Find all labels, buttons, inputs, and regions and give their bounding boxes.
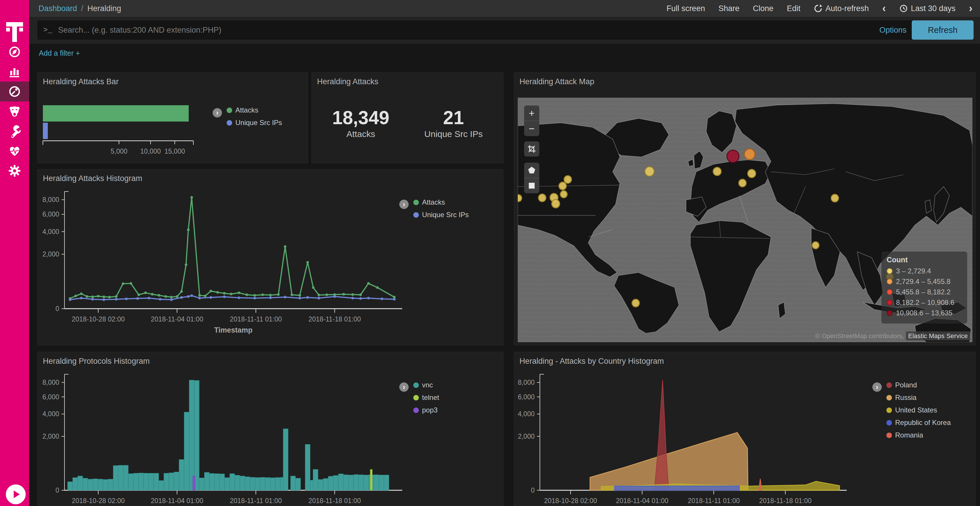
metric-caption: Unique Src IPs (425, 129, 483, 139)
map-attribution: © OpenStreetMap contributors, Elastic Ma… (815, 332, 970, 340)
legend-item[interactable]: Unique Src IPs (413, 211, 469, 219)
panel-heralding-attacks-metric: Heralding Attacks 18,349 Attacks 21 Uniq… (312, 72, 503, 163)
filter-bar: Add a filter + (29, 44, 980, 63)
legend-collapse-arrow-icon[interactable]: › (399, 200, 409, 209)
panel-heralding-attacks-bar: Heralding Attacks Bar 5,00010,00015,000 … (37, 72, 308, 163)
legend-label: Unique Src IPs (422, 211, 469, 219)
count-legend-dot (887, 289, 892, 295)
legend-item[interactable]: Unique Src IPs (227, 119, 282, 127)
legend-label: United States (895, 406, 937, 414)
map-count-legend: Count 3 – 2,729.42,729.4 – 5,455.85,455.… (881, 252, 967, 324)
legend-item[interactable]: Republic of Korea (886, 419, 951, 427)
svg-text:6,000: 6,000 (42, 393, 59, 401)
time-back-button[interactable]: ‹ (882, 3, 886, 14)
panel-title: Heralding Attack Map (519, 77, 594, 86)
legend-item[interactable]: Attacks (227, 106, 282, 114)
sidebar-item-visualize[interactable] (0, 62, 29, 82)
legend-label: Unique Src IPs (235, 119, 282, 127)
svg-text:2018-10-28 02:00: 2018-10-28 02:00 (72, 316, 125, 323)
time-range-picker[interactable]: Last 30 days (899, 4, 956, 13)
svg-text:2,000: 2,000 (518, 433, 535, 440)
svg-text:4,000: 4,000 (42, 228, 59, 235)
count-legend-row: 2,729.4 – 5,455.8 (887, 278, 962, 286)
legend-item[interactable]: telnet (413, 393, 439, 402)
legend-dot (886, 382, 892, 388)
sidebar-item-dashboard[interactable] (0, 82, 29, 102)
full-screen-button[interactable]: Full screen (667, 4, 705, 13)
legend-dot (413, 200, 419, 205)
svg-text:0: 0 (56, 305, 59, 312)
sidebar-item-dev-tools[interactable] (0, 121, 29, 141)
svg-text:2018-11-18 01:00: 2018-11-18 01:00 (308, 316, 361, 323)
svg-text:2018-11-04 01:00: 2018-11-04 01:00 (151, 497, 203, 504)
svg-text:2018-11-04 01:00: 2018-11-04 01:00 (616, 497, 668, 504)
telekom-t-logo[interactable] (6, 22, 23, 42)
share-button[interactable]: Share (718, 4, 740, 13)
legend: AttacksUnique Src IPs (227, 106, 282, 127)
edit-button[interactable]: Edit (787, 4, 800, 13)
add-filter-link[interactable]: Add a filter + (39, 49, 80, 57)
svg-text:6,000: 6,000 (42, 211, 59, 218)
svg-text:2018-10-28 02:00: 2018-10-28 02:00 (544, 497, 597, 504)
legend-dot (413, 382, 419, 388)
legend-item[interactable]: Romania (886, 431, 951, 439)
clone-button[interactable]: Clone (753, 4, 773, 13)
sidebar-item-discover[interactable] (0, 42, 29, 62)
legend-label: Republic of Korea (895, 419, 951, 427)
options-link[interactable]: Options (880, 25, 907, 35)
gauge-icon (8, 85, 21, 98)
sidebar-item-monitoring[interactable] (0, 141, 29, 161)
svg-text:2018-11-04 01:00: 2018-11-04 01:00 (151, 316, 203, 323)
legend-item[interactable]: vnc (413, 381, 439, 389)
svg-text:0: 0 (531, 487, 535, 494)
legend-label: Poland (895, 381, 917, 389)
svg-text:10,000: 10,000 (140, 148, 161, 155)
legend-collapse-arrow-icon[interactable]: › (213, 108, 222, 117)
sidebar-expand-button[interactable] (6, 484, 25, 504)
svg-text:2018-10-28 02:00: 2018-10-28 02:00 (72, 497, 125, 504)
query-bar: >_ Options Refresh (29, 17, 980, 44)
legend-collapse-arrow-icon[interactable]: › (872, 382, 882, 392)
sidebar (0, 0, 29, 506)
legend-dot (413, 212, 419, 218)
legend-dot (413, 395, 419, 400)
svg-text:6,000: 6,000 (518, 393, 535, 401)
map-zoom-out-button[interactable]: − (524, 121, 539, 136)
legend-collapse-arrow-icon[interactable]: › (399, 382, 409, 392)
map-draw-polygon-button[interactable] (524, 163, 539, 178)
wrench-icon (8, 124, 21, 138)
legend-item[interactable]: United States (886, 406, 951, 414)
panel-attacks-by-country-histogram: Heralding - Attacks by Country Histogram… (514, 352, 975, 506)
svg-text:8,000: 8,000 (42, 196, 59, 203)
legend-dot (227, 108, 232, 113)
legend-dot (886, 408, 892, 413)
legend-item[interactable]: Russia (886, 393, 951, 402)
bar-chart-icon (8, 65, 21, 78)
heartbeat-icon (8, 144, 21, 158)
sidebar-item-management[interactable] (0, 161, 29, 181)
map-zoom-controls: + − (524, 106, 539, 136)
time-forward-button[interactable]: › (969, 3, 972, 14)
legend-label: Attacks (235, 106, 258, 114)
sidebar-item-timelion[interactable] (0, 102, 29, 121)
world-map[interactable]: + − Count 3 – 2,729.42,729.4 – 5,455.85,… (518, 98, 972, 342)
refresh-icon (814, 4, 822, 13)
elastic-maps-service-link[interactable]: Elastic Maps Service (906, 332, 970, 341)
count-legend-dot (887, 310, 892, 316)
svg-text:Timestamp: Timestamp (214, 326, 253, 334)
count-legend-row: 10,908.6 – 13,635 (887, 309, 962, 317)
auto-refresh-button[interactable]: Auto-refresh (814, 4, 869, 13)
legend-dot (886, 395, 892, 400)
refresh-button[interactable]: Refresh (912, 21, 974, 40)
legend-item[interactable]: Attacks (413, 198, 469, 206)
legend-item[interactable]: Poland (886, 381, 951, 389)
map-fit-bounds-button[interactable] (524, 141, 539, 157)
search-input[interactable] (57, 25, 880, 35)
count-legend-title: Count (887, 255, 962, 264)
map-zoom-in-button[interactable]: + (524, 106, 539, 121)
legend-item[interactable]: pop3 (413, 406, 439, 414)
breadcrumb-dashboard-link[interactable]: Dashboard (38, 4, 77, 13)
legend: AttacksUnique Src IPs (413, 198, 469, 219)
count-legend-label: 2,729.4 – 5,455.8 (896, 278, 951, 286)
map-draw-rectangle-button[interactable] (524, 178, 539, 193)
